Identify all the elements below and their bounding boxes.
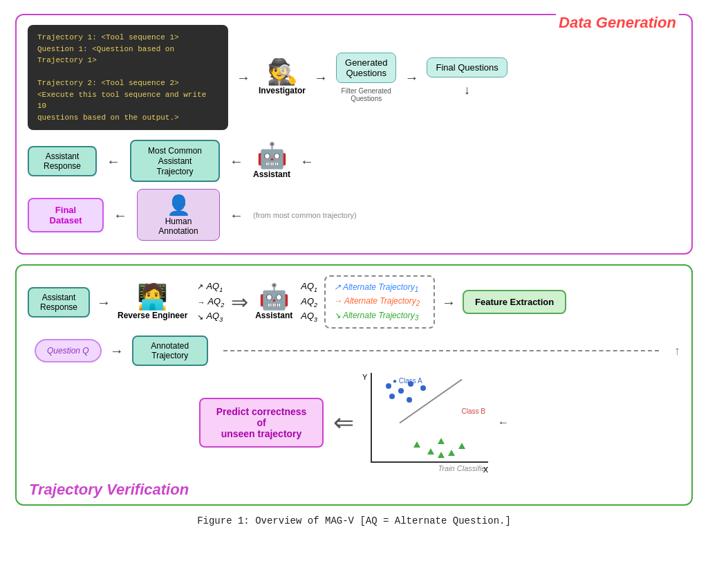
reverse-engineer-icon: 🧑‍💻	[137, 284, 168, 309]
arrow-scatter-from-feature: ←	[498, 417, 509, 428]
arrow-final-down: ↓	[464, 83, 470, 98]
tv-assistant-label: Assistant	[255, 311, 292, 320]
final-questions-col: Final Questions ↓	[427, 57, 507, 98]
dot-4	[389, 394, 395, 399]
assistant-icon-dg: 🤖	[257, 143, 288, 168]
alt-traj-box: ↗ Alternate Trajectory1 → Alternate Traj…	[324, 275, 435, 329]
annotated-trajectory-box: AnnotatedTrajectory	[132, 336, 208, 366]
human-annotation-label: Human Annotation	[146, 217, 211, 236]
investigator-label: Investigator	[259, 86, 306, 95]
arrow-to-aq1: ↗	[197, 282, 203, 291]
tv-assistant-icon: 🤖	[259, 284, 290, 309]
aq-branch: ↗ AQ1 → AQ2 ↘ AQ3	[197, 281, 224, 323]
code-line6: questions based on the output.>	[37, 112, 218, 124]
feature-extraction-box: Feature Extraction	[463, 290, 566, 314]
arrow-to-aq2: →	[197, 298, 205, 306]
tri-1	[413, 441, 420, 448]
class-b-label: Class B	[462, 407, 485, 415]
tri-2	[427, 448, 434, 454]
big-arrow-to-assistant: ⇒	[231, 290, 248, 314]
arrow-to-aq3: ↘	[197, 313, 203, 322]
investigator-icon: 🕵️	[267, 59, 298, 84]
main-container: Data Generation Trajectory 1: <Tool sequ…	[15, 14, 693, 526]
aq2-recv-label: AQ2	[301, 296, 317, 309]
arrow-asresp-to-re: →	[97, 295, 111, 309]
tri-3	[438, 438, 445, 444]
question-q-cloud: Question Q	[35, 339, 102, 362]
figure-caption: Figure 1: Overview of MAG-V [AQ = Altern…	[15, 515, 693, 526]
scatter-plot: ● Class A Class B	[371, 373, 488, 463]
tv-assistant-col: 🤖 Assistant	[255, 284, 292, 320]
assistant-response-box: AssistantResponse	[28, 146, 97, 176]
arrow-code-to-inv: →	[236, 71, 250, 84]
tri-6	[438, 452, 445, 458]
dot-5	[407, 397, 412, 403]
tv-bottom-row: Question Q → AnnotatedTrajectory ↑	[35, 336, 680, 366]
arrow-annotation-from-right: ←	[230, 208, 243, 222]
predict-box: Predict correctness ofunseen trajectory	[199, 398, 324, 448]
alt-traj-3-label: ↘ Alternate Trajectory3	[334, 311, 425, 322]
big-arrow-left: ⇐	[333, 408, 354, 437]
tri-4	[448, 450, 455, 456]
tri-5	[458, 443, 465, 449]
aq3-recv-label: AQ3	[301, 311, 317, 323]
arrow-mostcommon-to-assistant: ←	[230, 154, 243, 168]
feature-extraction-label: Feature Extraction	[475, 297, 554, 307]
aq2-branch: → AQ2	[197, 296, 224, 309]
arrow-assistant-from-right: ←	[300, 154, 314, 168]
arrow-annotated-to-feature: ↑	[674, 344, 680, 358]
code-line1: Trajectory 1: <Tool sequence 1>	[37, 32, 218, 44]
dg-bottom-row: AssistantResponse ← Most CommonAssistant…	[28, 140, 680, 182]
aq1-recv: AQ1	[301, 281, 317, 293]
human-annotation-box: 👤 Human Annotation	[137, 189, 220, 241]
trajectory-verification-section: AssistantResponse → 🧑‍💻 Reverse Engineer…	[15, 264, 693, 506]
train-classifier-label: Train Classifier	[364, 464, 488, 472]
final-questions-label: Final Questions	[436, 62, 498, 73]
code-line4: Trajectory 2: <Tool sequence 2>	[37, 77, 218, 89]
assistant-response-label: AssistantResponse	[44, 151, 81, 171]
generated-questions-box: GeneratedQuestions	[336, 53, 396, 83]
aq-recv-branch: AQ1 AQ2 AQ3	[301, 281, 317, 323]
final-dataset-label: Final Dataset	[50, 205, 82, 226]
dot-6	[420, 385, 426, 391]
aq1-branch: ↗ AQ1	[197, 281, 224, 293]
question-q-label: Question Q	[47, 346, 89, 356]
aq3-recv: AQ3	[301, 311, 317, 323]
arrow-alttraj-to-feature: →	[442, 295, 456, 309]
annotated-trajectory-label: AnnotatedTrajectory	[151, 341, 189, 360]
reverse-engineer-label: Reverse Engineer	[118, 311, 187, 320]
dg-top-row: Trajectory 1: <Tool sequence 1> Question…	[28, 25, 680, 130]
aq3-label: AQ3	[206, 311, 223, 323]
code-box: Trajectory 1: <Tool sequence 1> Question…	[28, 25, 228, 130]
reverse-engineer-col: 🧑‍💻 Reverse Engineer	[118, 284, 187, 320]
dot-1	[386, 383, 391, 389]
aq2-recv: AQ2	[301, 296, 317, 309]
data-generation-section: Data Generation Trajectory 1: <Tool sequ…	[15, 14, 693, 255]
aq3-branch: ↘ AQ3	[197, 311, 224, 323]
questions-col: GeneratedQuestions Filter GeneratedQuest…	[336, 53, 396, 102]
arrow-filter-to-final: →	[404, 71, 418, 84]
bottom-row: Predict correctness ofunseen trajectory …	[28, 373, 680, 493]
traj-verify-title: Trajectory Verification	[29, 481, 189, 499]
human-icon: 👤	[146, 194, 211, 217]
tv-assistant-response: AssistantResponse	[28, 287, 90, 318]
annotation-note: (from most common trajectory)	[253, 211, 357, 219]
filter-label: Filter GeneratedQuestions	[342, 87, 391, 102]
investigator-col: 🕵️ Investigator	[259, 59, 306, 95]
code-line2: Question 1: <Question based on Trajector…	[37, 44, 218, 66]
annotation-row: Final Dataset ← 👤 Human Annotation ← (fr…	[28, 189, 680, 241]
dashed-line-to-feature	[223, 350, 659, 351]
predict-label: Predict correctness ofunseen trajectory	[216, 406, 307, 439]
dot-2	[398, 388, 404, 394]
most-common-box: Most CommonAssistant Trajectory	[130, 140, 220, 182]
assistant-col-dg: 🤖 Assistant	[253, 143, 290, 179]
aq1-recv-label: AQ1	[301, 281, 317, 293]
tv-assistant-response-label: AssistantResponse	[40, 293, 77, 312]
arrow-q-to-annotated: →	[110, 344, 124, 358]
final-questions-box: Final Questions	[427, 57, 507, 77]
alt-traj-2-label: → Alternate Trajectory2	[334, 296, 425, 307]
data-gen-title: Data Generation	[556, 14, 679, 32]
most-common-label: Most CommonAssistant Trajectory	[148, 146, 202, 176]
tv-top-row: AssistantResponse → 🧑‍💻 Reverse Engineer…	[28, 275, 680, 329]
aq2-label: AQ2	[207, 296, 224, 309]
